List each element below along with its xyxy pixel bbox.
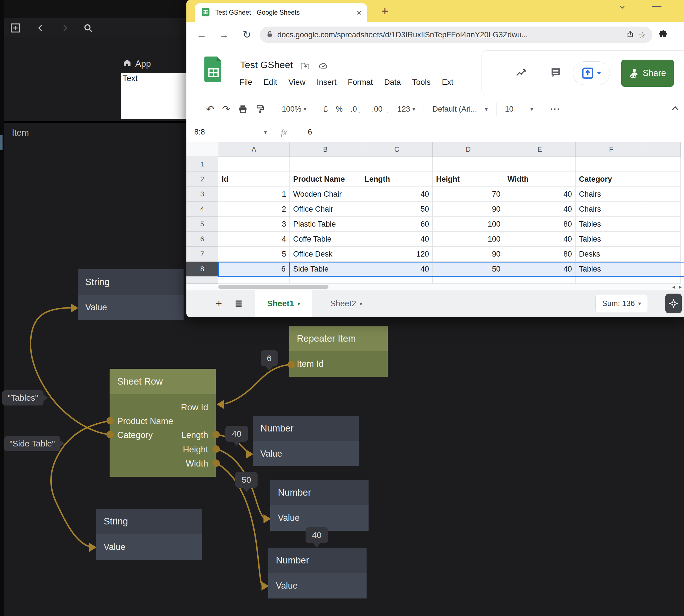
node-repeater-item[interactable]: Repeater Item Item Id [289, 326, 388, 377]
grid-cell[interactable]: Tables [575, 262, 647, 277]
grid-cell[interactable]: 70 [433, 187, 504, 202]
grid-cell[interactable]: Id [218, 172, 290, 187]
port-dot-width[interactable] [212, 459, 220, 467]
name-box[interactable]: 8:8 ▾ [186, 122, 271, 142]
column-header-A[interactable]: A [218, 142, 290, 157]
grid-cell[interactable] [290, 157, 361, 172]
increase-decimals-button[interactable]: .00→ [368, 105, 394, 114]
grid-cell[interactable] [361, 277, 433, 284]
collapse-toolbar-icon[interactable] [671, 105, 680, 114]
percent-format-button[interactable]: % [332, 105, 346, 114]
share-button[interactable]: Share [621, 60, 674, 87]
decrease-decimals-button[interactable]: .0← [346, 105, 368, 114]
menu-file[interactable]: File [240, 78, 252, 87]
star-document-icon[interactable]: ☆ [284, 61, 292, 70]
tab-sheet2[interactable]: Sheet2▾ [318, 290, 374, 317]
share-page-icon[interactable] [627, 30, 635, 39]
menu-ext[interactable]: Ext [442, 78, 453, 87]
grid-cell[interactable]: Chairs [575, 187, 647, 202]
grid-cell[interactable] [504, 277, 575, 284]
port-dot-category[interactable] [107, 431, 114, 438]
grid-cell[interactable] [647, 232, 681, 247]
currency-format-button[interactable]: £ [320, 105, 332, 114]
grid-cell[interactable]: 1 [218, 187, 290, 202]
grid-cell[interactable]: 4 [218, 232, 290, 247]
grid-cell[interactable]: 40 [504, 187, 575, 202]
grid-cell[interactable]: Coffe Table [290, 232, 361, 247]
grid-cell[interactable]: 5 [218, 247, 290, 262]
extensions-puzzle-icon[interactable] [659, 29, 668, 40]
menu-tools[interactable]: Tools [412, 78, 430, 87]
font-family-select[interactable]: Default (Ari... ▾ [428, 105, 492, 114]
comments-icon[interactable] [550, 67, 562, 80]
grid-cell[interactable]: 90 [433, 247, 504, 262]
row-header-3[interactable]: 3 [186, 187, 218, 202]
grid-cell[interactable]: 2 [218, 202, 290, 217]
node-number-1[interactable]: Number Value [253, 416, 359, 466]
grid-cell[interactable]: Wooden Chair [290, 187, 361, 202]
grid-cell[interactable]: 6 [218, 262, 290, 277]
grid-cell[interactable]: 40 [361, 187, 433, 202]
port-dot-length[interactable] [212, 431, 220, 438]
grid-cell[interactable] [575, 157, 647, 172]
scrollbar-thumb[interactable] [218, 285, 328, 289]
activity-trend-icon[interactable] [516, 68, 527, 79]
grid-cell[interactable]: 100 [433, 217, 504, 232]
grid-cell[interactable]: Height [433, 172, 504, 187]
grid-cell[interactable] [647, 217, 681, 232]
search-icon[interactable] [82, 22, 94, 34]
number-format-menu[interactable]: 123▾ [393, 105, 419, 114]
row-header-7[interactable]: 7 [186, 247, 218, 262]
port-dot-product-name[interactable] [107, 417, 114, 424]
row-header-4[interactable]: 4 [186, 202, 218, 217]
grid-cell[interactable]: 100 [433, 232, 504, 247]
grid-cell[interactable]: Category [575, 172, 647, 187]
column-header-E[interactable]: E [504, 142, 575, 157]
grid-cell[interactable]: 40 [504, 262, 575, 277]
app-root-label[interactable]: App [122, 58, 151, 70]
grid-cell[interactable]: 50 [433, 262, 504, 277]
node-string-2[interactable]: String Value [96, 509, 202, 560]
nav-reload-icon[interactable]: ↻ [235, 29, 258, 41]
grid-cell[interactable] [647, 172, 681, 187]
menu-insert[interactable]: Insert [317, 78, 337, 87]
more-toolbar-icon[interactable]: ··· [546, 105, 565, 114]
scroll-left-icon[interactable]: ◂ [672, 283, 675, 290]
grid-cell[interactable]: 80 [504, 247, 575, 262]
menu-data[interactable]: Data [384, 78, 401, 87]
grid-cell[interactable]: 90 [433, 202, 504, 217]
port-category[interactable]: Category [117, 430, 153, 440]
bookmark-star-icon[interactable]: ☆ [639, 30, 646, 40]
add-sheet-icon[interactable]: + [209, 298, 229, 310]
formula-input[interactable]: 6 [297, 128, 312, 136]
print-icon[interactable] [234, 104, 252, 114]
spreadsheet-corner[interactable] [186, 142, 218, 157]
minimize-icon[interactable]: — [652, 0, 661, 11]
grid-cell[interactable]: Desks [575, 247, 647, 262]
node-sheet-row[interactable]: Sheet Row Row Id Product Name Category L… [110, 369, 216, 477]
grid-cell[interactable] [647, 277, 681, 284]
port-width[interactable]: Width [186, 459, 208, 469]
grid-cell[interactable]: 40 [361, 232, 433, 247]
row-header-6[interactable]: 6 [186, 232, 218, 247]
present-button[interactable] [573, 61, 610, 85]
text-component-preview[interactable]: Text [121, 73, 190, 119]
all-sheets-icon[interactable] [229, 298, 249, 310]
port-value[interactable]: Value [268, 573, 367, 598]
add-node-icon[interactable] [9, 22, 21, 34]
nav-back-icon[interactable]: ← [190, 29, 213, 41]
port-height[interactable]: Height [183, 444, 208, 455]
port-value[interactable]: Value [96, 534, 202, 560]
forward-icon[interactable] [59, 22, 71, 34]
back-icon[interactable] [35, 22, 47, 34]
port-product-name[interactable]: Product Name [117, 416, 173, 426]
grid-cell[interactable]: Tables [575, 232, 647, 247]
tab-search-chevron-icon[interactable] [618, 3, 626, 12]
grid-cell[interactable]: 40 [504, 232, 575, 247]
grid-cell[interactable]: 60 [361, 217, 433, 232]
menu-view[interactable]: View [288, 78, 305, 87]
column-header-partial[interactable] [647, 142, 681, 157]
redo-icon[interactable]: ↷ [218, 104, 234, 115]
menu-edit[interactable]: Edit [264, 78, 277, 87]
port-dot-item-id[interactable] [288, 361, 295, 368]
